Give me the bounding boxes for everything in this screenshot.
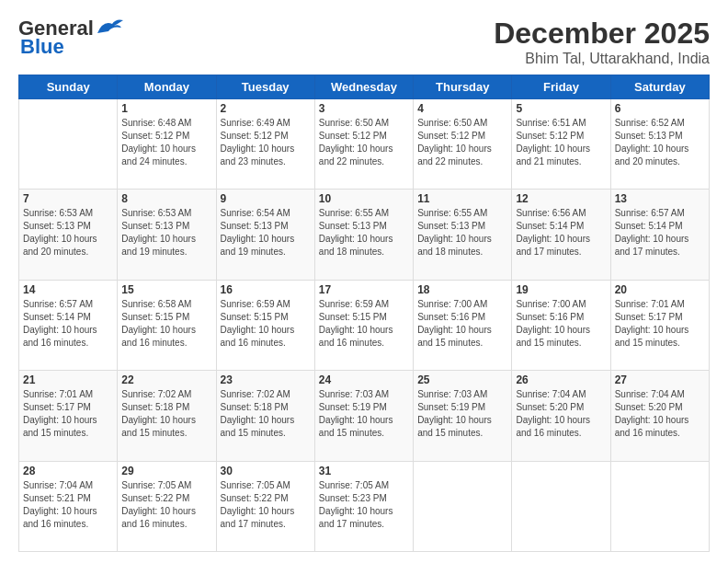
day-info: Sunrise: 7:04 AM Sunset: 5:20 PM Dayligh… [615, 388, 705, 440]
day-number: 22 [121, 373, 211, 386]
day-info: Sunrise: 7:00 AM Sunset: 5:16 PM Dayligh… [516, 298, 606, 350]
day-number: 25 [417, 373, 507, 386]
day-info: Sunrise: 6:53 AM Sunset: 5:13 PM Dayligh… [121, 207, 211, 259]
day-info: Sunrise: 7:00 AM Sunset: 5:16 PM Dayligh… [417, 298, 507, 350]
day-info: Sunrise: 7:03 AM Sunset: 5:19 PM Dayligh… [319, 388, 409, 440]
day-number: 17 [319, 283, 409, 296]
month-title: December 2025 [494, 17, 710, 51]
day-number: 21 [23, 373, 113, 386]
day-info: Sunrise: 6:48 AM Sunset: 5:12 PM Dayligh… [121, 117, 211, 168]
calendar-cell: 23Sunrise: 7:02 AM Sunset: 5:18 PM Dayli… [216, 371, 314, 461]
day-info: Sunrise: 7:01 AM Sunset: 5:17 PM Dayligh… [615, 298, 705, 350]
calendar-cell: 11Sunrise: 6:55 AM Sunset: 5:13 PM Dayli… [414, 190, 512, 280]
day-header-tuesday: Tuesday [216, 75, 314, 99]
calendar-cell: 8Sunrise: 6:53 AM Sunset: 5:13 PM Daylig… [118, 190, 216, 280]
calendar-cell: 27Sunrise: 7:04 AM Sunset: 5:20 PM Dayli… [610, 371, 709, 461]
day-info: Sunrise: 6:56 AM Sunset: 5:14 PM Dayligh… [516, 207, 606, 259]
calendar-table: SundayMondayTuesdayWednesdayThursdayFrid… [18, 75, 710, 552]
calendar-cell [512, 461, 610, 551]
day-header-monday: Monday [118, 75, 216, 99]
day-number: 26 [516, 373, 606, 386]
day-info: Sunrise: 6:53 AM Sunset: 5:13 PM Dayligh… [23, 207, 113, 259]
calendar-cell: 25Sunrise: 7:03 AM Sunset: 5:19 PM Dayli… [414, 371, 512, 461]
day-info: Sunrise: 7:05 AM Sunset: 5:23 PM Dayligh… [319, 479, 409, 531]
day-number: 13 [615, 192, 705, 205]
day-info: Sunrise: 6:55 AM Sunset: 5:13 PM Dayligh… [319, 207, 409, 259]
day-info: Sunrise: 7:04 AM Sunset: 5:20 PM Dayligh… [516, 388, 606, 440]
day-number: 15 [121, 283, 211, 296]
day-info: Sunrise: 6:51 AM Sunset: 5:12 PM Dayligh… [516, 117, 606, 168]
day-info: Sunrise: 6:50 AM Sunset: 5:12 PM Dayligh… [417, 117, 507, 168]
day-info: Sunrise: 6:58 AM Sunset: 5:15 PM Dayligh… [121, 298, 211, 350]
day-info: Sunrise: 7:03 AM Sunset: 5:19 PM Dayligh… [417, 388, 507, 440]
calendar-cell [414, 461, 512, 551]
day-number: 7 [23, 192, 113, 205]
calendar-cell: 28Sunrise: 7:04 AM Sunset: 5:21 PM Dayli… [19, 461, 118, 551]
day-header-thursday: Thursday [414, 75, 512, 99]
calendar-cell: 12Sunrise: 6:56 AM Sunset: 5:14 PM Dayli… [512, 190, 610, 280]
day-number: 4 [417, 102, 507, 115]
day-info: Sunrise: 6:59 AM Sunset: 5:15 PM Dayligh… [221, 298, 311, 350]
day-header-sunday: Sunday [19, 75, 118, 99]
calendar-cell: 15Sunrise: 6:58 AM Sunset: 5:15 PM Dayli… [118, 280, 216, 370]
day-number: 19 [516, 283, 606, 296]
title-block: December 2025 Bhim Tal, Uttarakhand, Ind… [494, 17, 710, 67]
logo: General Blue [18, 17, 125, 59]
calendar-cell: 17Sunrise: 6:59 AM Sunset: 5:15 PM Dayli… [314, 280, 413, 370]
calendar-cell: 26Sunrise: 7:04 AM Sunset: 5:20 PM Dayli… [512, 371, 610, 461]
calendar-cell: 20Sunrise: 7:01 AM Sunset: 5:17 PM Dayli… [610, 280, 709, 370]
calendar-cell: 18Sunrise: 7:00 AM Sunset: 5:16 PM Dayli… [414, 280, 512, 370]
day-header-wednesday: Wednesday [314, 75, 413, 99]
day-header-saturday: Saturday [610, 75, 709, 99]
calendar-cell: 29Sunrise: 7:05 AM Sunset: 5:22 PM Dayli… [118, 461, 216, 551]
calendar-cell: 10Sunrise: 6:55 AM Sunset: 5:13 PM Dayli… [314, 190, 413, 280]
day-number: 29 [121, 465, 211, 477]
logo-blue: Blue [20, 35, 64, 59]
day-number: 6 [615, 102, 705, 115]
day-info: Sunrise: 7:04 AM Sunset: 5:21 PM Dayligh… [23, 479, 113, 531]
day-number: 2 [221, 102, 311, 115]
day-number: 20 [615, 283, 705, 296]
calendar-cell: 5Sunrise: 6:51 AM Sunset: 5:12 PM Daylig… [512, 99, 610, 190]
day-number: 11 [417, 192, 507, 205]
day-number: 27 [615, 373, 705, 386]
calendar-cell: 13Sunrise: 6:57 AM Sunset: 5:14 PM Dayli… [610, 190, 709, 280]
day-number: 28 [23, 465, 113, 477]
day-number: 24 [319, 373, 409, 386]
calendar-cell: 6Sunrise: 6:52 AM Sunset: 5:13 PM Daylig… [610, 99, 709, 190]
day-info: Sunrise: 6:59 AM Sunset: 5:15 PM Dayligh… [319, 298, 409, 350]
day-number: 31 [319, 465, 409, 477]
calendar-cell: 31Sunrise: 7:05 AM Sunset: 5:23 PM Dayli… [314, 461, 413, 551]
calendar-cell: 7Sunrise: 6:53 AM Sunset: 5:13 PM Daylig… [19, 190, 118, 280]
calendar-cell: 21Sunrise: 7:01 AM Sunset: 5:17 PM Dayli… [19, 371, 118, 461]
calendar-cell: 3Sunrise: 6:50 AM Sunset: 5:12 PM Daylig… [314, 99, 413, 190]
logo-bird-icon [96, 17, 125, 37]
day-info: Sunrise: 6:57 AM Sunset: 5:14 PM Dayligh… [615, 207, 705, 259]
calendar-cell: 9Sunrise: 6:54 AM Sunset: 5:13 PM Daylig… [216, 190, 314, 280]
calendar-cell: 16Sunrise: 6:59 AM Sunset: 5:15 PM Dayli… [216, 280, 314, 370]
day-number: 16 [221, 283, 311, 296]
day-number: 5 [516, 102, 606, 115]
day-number: 23 [221, 373, 311, 386]
page: General Blue December 2025 Bhim Tal, Utt… [0, 0, 728, 563]
calendar-cell: 22Sunrise: 7:02 AM Sunset: 5:18 PM Dayli… [118, 371, 216, 461]
calendar-cell: 30Sunrise: 7:05 AM Sunset: 5:22 PM Dayli… [216, 461, 314, 551]
calendar-cell: 19Sunrise: 7:00 AM Sunset: 5:16 PM Dayli… [512, 280, 610, 370]
day-number: 8 [121, 192, 211, 205]
day-number: 14 [23, 283, 113, 296]
calendar-cell [19, 99, 118, 190]
day-info: Sunrise: 6:52 AM Sunset: 5:13 PM Dayligh… [615, 117, 705, 168]
day-info: Sunrise: 7:02 AM Sunset: 5:18 PM Dayligh… [121, 388, 211, 440]
calendar-cell: 14Sunrise: 6:57 AM Sunset: 5:14 PM Dayli… [19, 280, 118, 370]
day-info: Sunrise: 7:01 AM Sunset: 5:17 PM Dayligh… [23, 388, 113, 440]
calendar-cell: 2Sunrise: 6:49 AM Sunset: 5:12 PM Daylig… [216, 99, 314, 190]
day-info: Sunrise: 6:57 AM Sunset: 5:14 PM Dayligh… [23, 298, 113, 350]
location-subtitle: Bhim Tal, Uttarakhand, India [494, 51, 710, 67]
calendar-cell: 1Sunrise: 6:48 AM Sunset: 5:12 PM Daylig… [118, 99, 216, 190]
day-info: Sunrise: 6:54 AM Sunset: 5:13 PM Dayligh… [221, 207, 311, 259]
day-info: Sunrise: 7:05 AM Sunset: 5:22 PM Dayligh… [221, 479, 311, 531]
calendar-cell [610, 461, 709, 551]
day-info: Sunrise: 6:55 AM Sunset: 5:13 PM Dayligh… [417, 207, 507, 259]
day-info: Sunrise: 6:49 AM Sunset: 5:12 PM Dayligh… [221, 117, 311, 168]
day-number: 3 [319, 102, 409, 115]
